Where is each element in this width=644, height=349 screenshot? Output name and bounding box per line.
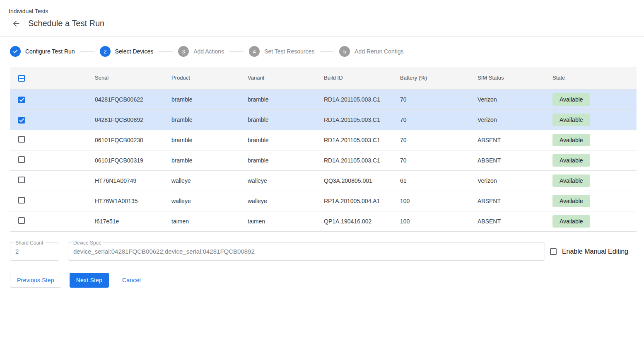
cell-serial: 04281FQCB00622 [95,89,171,109]
next-step-button[interactable]: Next Step [70,273,109,288]
shard-count-label: Shard Count [14,240,45,246]
manual-editing-checkbox[interactable] [550,248,557,255]
cell-product: bramble [171,109,248,130]
cell-serial: f617e51e [95,211,171,231]
previous-step-button[interactable]: Previous Step [10,273,61,288]
step-5-circle: 5 [339,46,350,57]
cell-build-id: RD1A.201105.003.C1 [324,150,400,170]
stepper: 1 Configure Test Run 2 Select Devices 3 … [0,36,644,67]
cell-build-id: QQ3A.200805.001 [324,170,400,191]
cell-sim-status: ABSENT [478,130,552,150]
cell-serial: HT76W1A00135 [95,191,171,211]
cell-serial: 06101FQCB00230 [95,130,171,150]
row-checkbox[interactable] [18,217,25,224]
device-row[interactable]: HT76W1A00135 walleye walleye RP1A.201005… [10,191,637,211]
column-header-product: Product [171,67,248,89]
device-spec-value: device_serial:04281FQCB00622;device_seri… [68,243,545,260]
cancel-button[interactable]: Cancel [116,273,147,288]
cell-build-id: QP1A.190416.002 [324,211,400,231]
cell-battery: 70 [400,89,478,109]
page-header: Individual Tests Schedule a Test Run [0,0,644,28]
cell-sim-status: Verizon [478,89,552,109]
row-checkbox[interactable] [18,117,25,124]
cell-sim-status: ABSENT [478,191,552,211]
cell-product: walleye [171,191,248,211]
row-checkbox[interactable] [18,97,25,103]
device-table: Serial Product Variant Build ID Battery … [10,67,637,232]
step-connector [320,51,334,52]
stepper-step-add-rerun-configs[interactable]: 5 Add Rerun Configs [339,46,403,57]
action-bar: Previous Step Next Step Cancel [10,273,634,288]
device-spec-field[interactable]: Device Spec device_serial:04281FQCB00622… [68,242,545,261]
cell-variant: bramble [248,89,324,109]
manual-editing-label: Enable Manual Editing [562,248,628,255]
cell-battery: 61 [400,170,478,191]
step-2-circle: 2 [100,46,111,57]
step-1-circle: 1 [10,46,21,57]
row-checkbox[interactable] [18,136,25,143]
cell-build-id: RD1A.201105.003.C1 [324,109,400,130]
cell-product: walleye [171,170,248,191]
cell-variant: bramble [248,150,324,170]
state-badge: Available [552,174,590,187]
column-header-state: State [552,67,637,89]
shard-count-field[interactable]: Shard Count 2 [10,242,59,261]
state-badge: Available [552,154,590,167]
device-spec-label: Device Spec [72,240,103,246]
cell-sim-status: Verizon [478,109,552,130]
cell-battery: 100 [400,211,478,231]
cell-serial: HT76N1A00749 [95,170,171,191]
cell-build-id: RD1A.201105.003.C1 [324,130,400,150]
column-header-variant: Variant [248,67,324,89]
step-connector [80,51,94,52]
page-title: Schedule a Test Run [28,19,104,28]
device-row[interactable]: 06101FQCB00319 bramble bramble RD1A.2011… [10,150,637,170]
cell-build-id: RP1A.201005.004.A1 [324,191,400,211]
cell-product: bramble [171,130,248,150]
state-badge: Available [552,134,590,146]
cell-product: bramble [171,89,248,109]
cell-sim-status: Verizon [478,170,552,191]
cell-serial: 04281FQCB00892 [95,109,171,130]
cell-variant: bramble [248,130,324,150]
select-all-checkbox[interactable] [18,75,25,82]
cell-product: bramble [171,150,248,170]
device-row[interactable]: 06101FQCB00230 bramble bramble RD1A.2011… [10,130,637,150]
breadcrumb: Individual Tests [9,8,634,15]
cell-battery: 70 [400,109,478,130]
device-row[interactable]: HT76N1A00749 walleye walleye QQ3A.200805… [10,170,637,191]
state-badge: Available [552,93,590,106]
stepper-step-set-test-resources[interactable]: 4 Set Test Resources [249,46,314,57]
cell-sim-status: ABSENT [478,150,552,170]
cell-build-id: RD1A.201105.003.C1 [324,89,400,109]
cell-variant: walleye [248,191,324,211]
column-header-sim-status: SIM Status [478,67,552,89]
row-checkbox[interactable] [18,177,25,183]
device-row[interactable]: 04281FQCB00622 bramble bramble RD1A.2011… [10,89,637,109]
cell-serial: 06101FQCB00319 [95,150,171,170]
back-arrow-icon[interactable] [12,19,21,28]
step-connector [229,51,244,52]
column-header-battery: Battery (%) [400,67,478,89]
step-4-circle: 4 [249,46,260,57]
stepper-step-select-devices[interactable]: 2 Select Devices [100,46,154,57]
cell-battery: 100 [400,191,478,211]
check-icon [13,48,18,53]
cell-variant: bramble [248,109,324,130]
device-row[interactable]: 04281FQCB00892 bramble bramble RD1A.2011… [10,109,637,130]
row-checkbox[interactable] [18,156,25,163]
cell-battery: 70 [400,150,478,170]
step-connector [159,51,173,52]
state-badge: Available [552,195,590,207]
device-row[interactable]: f617e51e taimen taimen QP1A.190416.002 1… [10,211,637,231]
stepper-step-add-actions[interactable]: 3 Add Actions [178,46,224,57]
enable-manual-editing[interactable]: Enable Manual Editing [550,248,628,255]
state-badge: Available [552,215,590,228]
cell-sim-status: ABSENT [478,211,552,231]
stepper-step-configure-test-run[interactable]: 1 Configure Test Run [10,46,75,57]
cell-battery: 70 [400,130,478,150]
row-checkbox[interactable] [18,197,25,204]
state-badge: Available [552,114,590,126]
step-3-circle: 3 [178,46,189,57]
cell-variant: taimen [248,211,324,231]
